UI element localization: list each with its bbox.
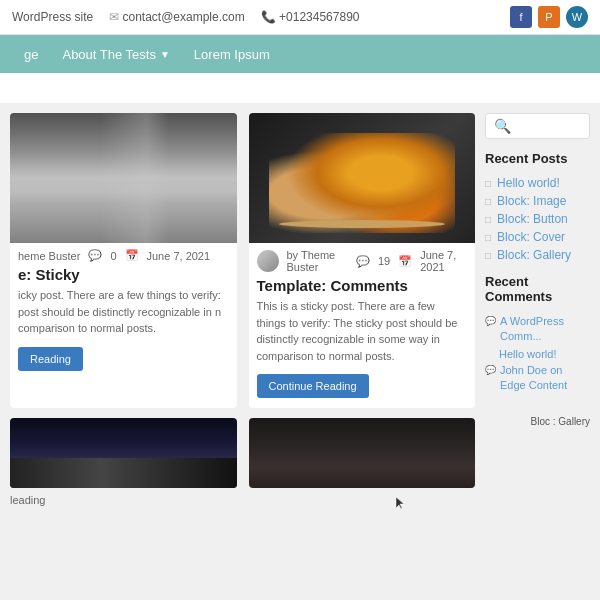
date-1: June 7, 2021 xyxy=(147,250,211,262)
recent-post-1[interactable]: Hello world! xyxy=(485,174,590,192)
social-icons: f P W xyxy=(510,6,588,28)
post-meta-1: heme Buster 💬 0 📅 June 7, 2021 xyxy=(10,243,237,264)
top-bar-info: WordPress site ✉ contact@example.com 📞 +… xyxy=(12,10,359,24)
recent-comments-section: Recent Comments A WordPress Comm... Hell… xyxy=(485,274,590,396)
nav-item-home[interactable]: ge xyxy=(12,35,50,73)
chevron-down-icon: ▼ xyxy=(160,49,170,60)
cal-icon-1: 📅 xyxy=(125,249,139,262)
email-label: ✉ contact@example.com xyxy=(109,10,245,24)
commenter-1[interactable]: A WordPress Comm... xyxy=(500,314,590,345)
recent-post-2[interactable]: Block: Image xyxy=(485,192,590,210)
post-title-1: e: Sticky xyxy=(10,264,237,287)
continue-btn-1[interactable]: Reading xyxy=(18,347,83,371)
recent-comments-title: Recent Comments xyxy=(485,274,590,304)
cal-icon-2: 📅 xyxy=(398,255,412,268)
post-card-4 xyxy=(249,418,476,488)
author-2: by Theme Buster xyxy=(287,249,348,273)
recent-posts-section: Recent Posts Hello world! Block: Image B… xyxy=(485,151,590,264)
posts-row2 xyxy=(10,418,475,488)
date-2: June 7, 2021 xyxy=(420,249,467,273)
email-icon: ✉ xyxy=(109,10,119,24)
nav-bar: ge About The Tests ▼ Lorem Ipsum xyxy=(0,35,600,73)
post-card-1: heme Buster 💬 0 📅 June 7, 2021 e: Sticky… xyxy=(10,113,237,408)
author-1: heme Buster xyxy=(18,250,80,262)
post-excerpt-1: icky post. There are a few things to ver… xyxy=(10,287,237,345)
post-thumbnail-people xyxy=(249,418,476,488)
continue-btn-2[interactable]: Continue Reading xyxy=(257,374,369,398)
posts-area: heme Buster 💬 0 📅 June 7, 2021 e: Sticky… xyxy=(10,113,475,506)
sidebar: 🔍 Recent Posts Hello world! Block: Image… xyxy=(475,113,590,506)
recent-post-3[interactable]: Block: Button xyxy=(485,210,590,228)
nav-item-lorem[interactable]: Lorem Ipsum xyxy=(182,35,282,73)
commenter-2[interactable]: John Doe on Edge Content xyxy=(500,363,590,394)
post-excerpt-2: This is a sticky post. There are a few t… xyxy=(249,298,476,372)
post-thumbnail-night xyxy=(10,418,237,488)
phone-icon: 📞 xyxy=(261,10,276,24)
comment-link-1[interactable]: Hello world! xyxy=(485,347,590,361)
comment-count-1: 0 xyxy=(110,250,116,262)
phone-label: 📞 +01234567890 xyxy=(261,10,360,24)
recent-posts-title: Recent Posts xyxy=(485,151,590,166)
post-thumbnail-food xyxy=(249,113,476,243)
top-bar: WordPress site ✉ contact@example.com 📞 +… xyxy=(0,0,600,35)
post-card-3 xyxy=(10,418,237,488)
comment-icon-2: 💬 xyxy=(356,255,370,268)
main-content: heme Buster 💬 0 📅 June 7, 2021 e: Sticky… xyxy=(0,103,600,506)
site-label: WordPress site xyxy=(12,10,93,24)
avatar-2 xyxy=(257,250,279,272)
recent-post-4[interactable]: Block: Cover xyxy=(485,228,590,246)
wordpress-icon[interactable]: W xyxy=(566,6,588,28)
footer-leading: leading xyxy=(10,488,475,506)
facebook-icon[interactable]: f xyxy=(510,6,532,28)
comment-2: John Doe on Edge Content xyxy=(485,361,590,396)
search-icon: 🔍 xyxy=(494,118,511,134)
pinterest-icon[interactable]: P xyxy=(538,6,560,28)
post-thumbnail-subway xyxy=(10,113,237,243)
post-title-2: Template: Comments xyxy=(249,275,476,298)
comment-1: A WordPress Comm... xyxy=(485,312,590,347)
recent-post-5[interactable]: Block: Gallery xyxy=(485,246,590,264)
header-space xyxy=(0,73,600,103)
comment-icon-1: 💬 xyxy=(88,249,102,262)
search-box[interactable]: 🔍 xyxy=(485,113,590,139)
post-card-2: by Theme Buster 💬 19 📅 June 7, 2021 Temp… xyxy=(249,113,476,408)
comment-count-2: 19 xyxy=(378,255,390,267)
post-meta-2: by Theme Buster 💬 19 📅 June 7, 2021 xyxy=(249,243,476,275)
bloc-gallery-label: Bloc : Gallery xyxy=(485,416,590,427)
nav-item-about[interactable]: About The Tests ▼ xyxy=(50,35,181,73)
posts-grid: heme Buster 💬 0 📅 June 7, 2021 e: Sticky… xyxy=(10,113,475,408)
